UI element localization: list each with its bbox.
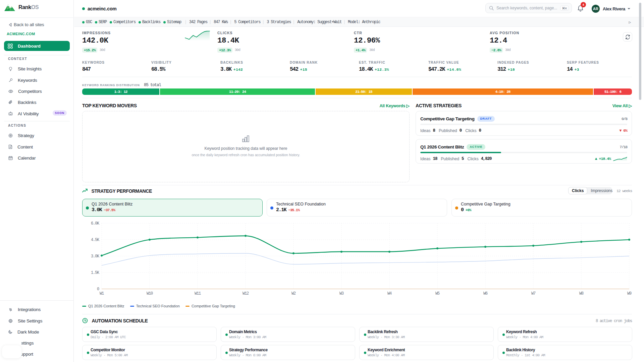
svg-text:W12: W12: [243, 291, 249, 296]
svg-text:3.0K: 3.0K: [91, 254, 100, 259]
svg-text:W10: W10: [147, 291, 153, 296]
svg-text:W11: W11: [195, 291, 201, 296]
svg-text:W8: W8: [579, 291, 584, 296]
svg-text:W2: W2: [291, 291, 296, 296]
svg-text:4.5K: 4.5K: [91, 238, 100, 242]
svg-text:0: 0: [97, 287, 99, 292]
svg-text:W1: W1: [100, 291, 104, 296]
svg-text:W7: W7: [531, 291, 536, 296]
svg-text:6.0K: 6.0K: [91, 221, 100, 226]
svg-text:W5: W5: [435, 291, 440, 296]
svg-text:W3: W3: [339, 291, 344, 296]
svg-text:W6: W6: [483, 291, 488, 296]
svg-text:W4: W4: [387, 291, 392, 296]
svg-text:1.5K: 1.5K: [91, 270, 100, 275]
svg-text:W9: W9: [627, 291, 632, 296]
